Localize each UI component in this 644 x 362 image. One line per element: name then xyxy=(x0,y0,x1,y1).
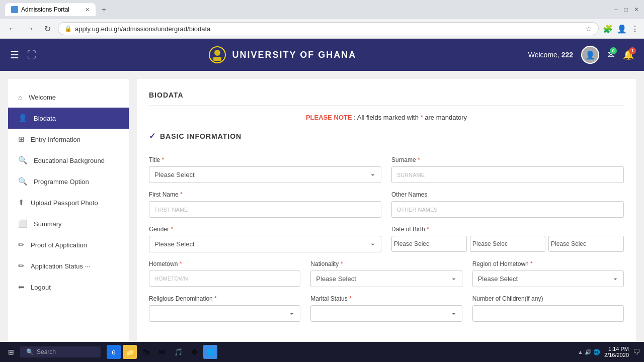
tab-label: Admissions Portal xyxy=(21,6,69,13)
logout-icon: ⬅ xyxy=(18,283,25,292)
marital-required: * xyxy=(349,295,352,302)
search2-icon: 🔍 xyxy=(18,177,28,186)
marital-select[interactable] xyxy=(310,305,462,322)
start-button[interactable]: ⊞ xyxy=(4,346,18,358)
sidebar-item-programme-option[interactable]: 🔍 Programme Option xyxy=(8,171,129,192)
tab-close-button[interactable]: ✕ xyxy=(85,7,90,13)
gender-label: Gender * xyxy=(149,226,381,233)
browser-controls: ← → ↻ 🔒 apply.ug.edu.gh/admissions/under… xyxy=(0,19,644,38)
tray-icons: ▲ 🔊 🌐 xyxy=(578,349,600,355)
taskbar-icon-mail[interactable]: ✉ xyxy=(155,345,169,359)
sidebar-item-entry-information[interactable]: ⊞ Entry Information xyxy=(8,129,129,150)
sidebar-label-programme-option: Programme Option xyxy=(34,178,89,186)
taskbar-search-label: Search xyxy=(37,348,56,355)
sidebar-item-proof-of-application[interactable]: ✏ Proof of Application xyxy=(8,234,129,255)
gender-select[interactable]: Please Select xyxy=(149,236,381,252)
religion-required: * xyxy=(214,295,217,302)
title-select[interactable]: Please Select xyxy=(149,166,381,183)
taskbar-icon-browser[interactable]: 🌐 xyxy=(203,345,217,359)
surname-input[interactable] xyxy=(391,166,624,183)
dob-year-select[interactable]: Please Selec xyxy=(548,236,624,252)
religion-select[interactable] xyxy=(149,305,300,322)
header-right: Welcome, 222 👤 ✉ 0 🔔 1 xyxy=(528,46,634,64)
firstname-label: First Name * xyxy=(149,191,381,198)
address-bar[interactable]: 🔒 apply.ug.edu.gh/admissions/undergrad/b… xyxy=(58,22,599,35)
taskbar-icon-edge[interactable]: e xyxy=(107,345,121,359)
notification-area-icon: 🗨 xyxy=(633,348,640,356)
section-title: BASIC INFORMATION xyxy=(160,132,242,140)
othernames-input[interactable] xyxy=(391,201,624,218)
firstname-input[interactable] xyxy=(149,201,381,218)
new-tab-button[interactable]: + xyxy=(98,3,110,16)
expand-button[interactable]: ⛶ xyxy=(27,50,36,60)
surname-required: * xyxy=(418,156,420,163)
back-button[interactable]: ← xyxy=(5,23,19,34)
university-title: UNIVERSITY OF GHANA xyxy=(232,50,357,60)
dob-month-select[interactable]: Please Selec xyxy=(470,236,545,252)
bell-badge: 1 xyxy=(629,47,636,54)
dob-day-select[interactable]: Please Selec xyxy=(391,236,467,252)
notice-label: PLEASE NOTE xyxy=(306,114,352,121)
form-group-title: Title * Please Select xyxy=(149,156,381,183)
form-row-names: First Name * Other Names xyxy=(149,191,624,218)
sidebar-label-welcome: Welcome xyxy=(29,94,56,101)
maximize-button[interactable]: □ xyxy=(624,6,628,13)
taskbar-icon-folder[interactable]: 📁 xyxy=(123,345,137,359)
notifications-button[interactable]: 🔔 1 xyxy=(623,49,634,60)
dob-label: Date of Birth * xyxy=(391,226,624,233)
profile-button[interactable]: 👤 xyxy=(617,24,627,34)
bookmark-icon[interactable]: ☆ xyxy=(586,25,592,33)
taskbar-right: ▲ 🔊 🌐 1:14 PM 2/16/2020 🗨 xyxy=(578,346,640,358)
home-icon: ⌂ xyxy=(18,93,23,102)
sidebar-item-logout[interactable]: ⬅ Logout xyxy=(8,277,129,298)
religion-label: Religious Denomination * xyxy=(149,295,300,302)
sidebar-item-summary[interactable]: ⬜ Summary xyxy=(8,213,129,234)
taskbar-icons: e 📁 🛍 ✉ 🎵 ⚙ 🌐 xyxy=(107,345,217,359)
taskbar-icon-settings[interactable]: ⚙ xyxy=(187,345,201,359)
children-input[interactable] xyxy=(472,305,624,322)
more-button[interactable]: ⋮ xyxy=(631,24,639,34)
sidebar-label-upload-passport: Upload Passport Photo xyxy=(31,199,98,207)
page-title: BIODATA xyxy=(149,91,624,106)
proof-icon: ✏ xyxy=(18,240,25,249)
sidebar-item-educational-background[interactable]: 🔍 Educational Background xyxy=(8,150,129,171)
browser-tab[interactable]: Admissions Portal ✕ xyxy=(5,3,96,16)
notice-bar: PLEASE NOTE : All fields marked with * a… xyxy=(149,114,624,121)
sidebar-label-biodata: Biodata xyxy=(34,115,56,122)
form-row-religion-marital-children: Religious Denomination * Marital Status … xyxy=(149,295,624,322)
form-group-surname: Surname * xyxy=(391,156,624,183)
refresh-button[interactable]: ↻ xyxy=(41,23,54,35)
sidebar-item-welcome[interactable]: ⌂ Welcome xyxy=(8,87,129,108)
notice-text: All fields marked with xyxy=(357,114,421,121)
close-button[interactable]: ✕ xyxy=(634,6,639,13)
hamburger-button[interactable]: ☰ xyxy=(10,49,19,61)
sidebar-item-biodata[interactable]: 👤 Biodata xyxy=(8,108,129,129)
browser-chrome: Admissions Portal ✕ + ─ □ ✕ ← → ↻ 🔒 appl… xyxy=(0,0,644,39)
nationality-select[interactable]: Please Select xyxy=(310,270,462,287)
avatar[interactable]: 👤 xyxy=(581,46,599,64)
gender-required: * xyxy=(171,226,173,233)
dob-required: * xyxy=(427,226,429,233)
taskbar-icon-music[interactable]: 🎵 xyxy=(171,345,185,359)
form-row-gender-dob: Gender * Please Select Date of Birth * xyxy=(149,226,624,252)
taskbar-search-icon: 🔍 xyxy=(26,348,34,355)
forward-button[interactable]: → xyxy=(23,23,37,34)
extensions-button[interactable]: 🧩 xyxy=(603,24,613,34)
sidebar-item-application-status[interactable]: ✏ Application Status ··· xyxy=(8,255,129,277)
region-select[interactable]: Please Select xyxy=(472,270,624,287)
mail-badge: 0 xyxy=(610,47,617,54)
hometown-input[interactable] xyxy=(149,270,300,287)
clock: 1:14 PM 2/16/2020 xyxy=(604,346,629,358)
lock-icon: 🔒 xyxy=(64,25,72,32)
form-group-dob: Date of Birth * Please Selec Please Sele… xyxy=(391,226,624,252)
section-header: ✓ BASIC INFORMATION xyxy=(149,131,624,146)
taskbar-icon-store[interactable]: 🛍 xyxy=(139,345,153,359)
tab-bar: Admissions Portal ✕ + xyxy=(5,3,110,16)
sidebar-label-proof: Proof of Application xyxy=(31,241,87,249)
mail-button[interactable]: ✉ 0 xyxy=(607,49,615,60)
nationality-required: * xyxy=(341,260,343,267)
taskbar-search-bar[interactable]: 🔍 Search xyxy=(20,346,101,357)
sidebar-item-upload-passport[interactable]: ⬆ Upload Passport Photo xyxy=(8,192,129,213)
time-display: 1:14 PM xyxy=(604,346,629,352)
minimize-button[interactable]: ─ xyxy=(614,6,618,13)
